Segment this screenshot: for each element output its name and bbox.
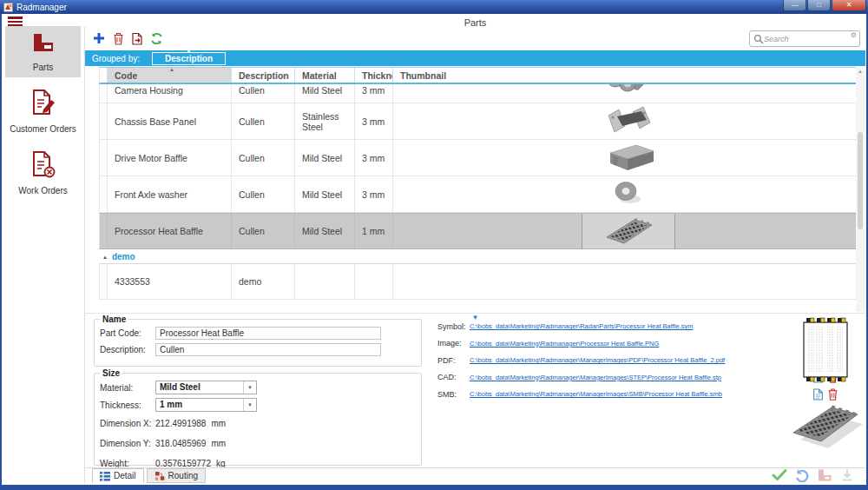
detail-panel: Name Part Code: Description: Size Materi… bbox=[85, 321, 865, 467]
column-header-thickness[interactable]: Thickness bbox=[355, 68, 393, 83]
window-content: Parts Parts Customer Orders bbox=[2, 14, 866, 485]
grouped-by-label: Grouped by: bbox=[92, 54, 140, 63]
thumbnail-processor-heat-baffle bbox=[602, 214, 655, 247]
import-down-arrow-icon bbox=[839, 468, 855, 482]
description-field[interactable] bbox=[155, 343, 381, 356]
search-icon bbox=[753, 34, 764, 44]
main-panel: ⚙ Grouped by: ▲ Description Code ▲ bbox=[84, 26, 865, 483]
table-row[interactable]: Camera Housing Cullen Mild Steel 3 mm bbox=[99, 84, 857, 103]
dropdown-arrow-icon[interactable]: ▼ bbox=[243, 399, 256, 411]
chip-sort-icon: ▲ bbox=[187, 48, 192, 53]
app-window: Radmanager — □ ✕ Parts Parts bbox=[0, 0, 868, 490]
file-row-symbol: Symbol: C:\bobs_data\Marketing\Radmanage… bbox=[437, 318, 838, 335]
dimension-y-label: Dimension Y: bbox=[100, 439, 155, 448]
column-header-material[interactable]: Material bbox=[295, 68, 355, 83]
table-row[interactable]: Front Axle washer Cullen Mild Steel 3 mm bbox=[99, 176, 857, 213]
sidebar: Parts Customer Orders bbox=[2, 26, 84, 485]
bottom-tab-bar: Detail Routing bbox=[85, 467, 865, 483]
dimension-x-value: 212.4991988 bbox=[155, 419, 206, 428]
maximize-button[interactable]: □ bbox=[807, 0, 831, 11]
thumbnail-drive-motor-baffle bbox=[602, 142, 655, 175]
part-code-field[interactable] bbox=[155, 327, 381, 340]
minimize-button[interactable]: — bbox=[783, 0, 806, 11]
undo-icon[interactable] bbox=[794, 468, 810, 482]
detail-list-icon bbox=[100, 471, 110, 481]
table-body: Camera Housing Cullen Mild Steel 3 mm bbox=[99, 84, 857, 300]
apply-check-icon[interactable] bbox=[772, 468, 787, 482]
group-field-label: Description bbox=[165, 54, 213, 63]
group-header-demo[interactable]: ▲ demo bbox=[99, 250, 857, 263]
app-icon bbox=[3, 3, 13, 12]
search-options-gear-icon[interactable]: ⚙ bbox=[851, 31, 857, 39]
table-row[interactable]: Chassis Base Panel Cullen Stainless Stee… bbox=[99, 103, 857, 140]
file-row-pdf: PDF: C:\bobs_data\Marketing\Radmanager\M… bbox=[437, 352, 838, 369]
export-file-icon bbox=[131, 32, 143, 45]
window-title: Radmanager bbox=[16, 3, 67, 12]
scroll-up-icon[interactable]: ▲ bbox=[856, 67, 865, 76]
symbol-bottom-tabs bbox=[806, 377, 845, 381]
sidebar-item-customer-orders[interactable]: Customer Orders bbox=[5, 83, 81, 139]
column-header-description[interactable]: Description bbox=[232, 68, 295, 83]
search-input[interactable] bbox=[764, 35, 842, 43]
table-header-row: Code ▲ Description Material Thickness Th… bbox=[99, 67, 857, 84]
toolbar: ⚙ bbox=[85, 26, 865, 50]
smb-path-link[interactable]: C:\bobs_data\Marketing\Radmanager\Manage… bbox=[470, 390, 809, 398]
description-label: Description: bbox=[100, 345, 155, 354]
sidebar-item-work-orders[interactable]: Work Orders bbox=[5, 144, 81, 201]
dropdown-arrow-icon[interactable]: ▼ bbox=[243, 381, 256, 394]
delete-part-button[interactable] bbox=[109, 30, 127, 46]
name-section: Name Part Code: Description: bbox=[94, 315, 422, 367]
symbol-drawing-preview bbox=[800, 315, 851, 385]
parts-table: Code ▲ Description Material Thickness Th… bbox=[99, 67, 857, 300]
image-path-link[interactable]: C:\bobs_data\Marketing\Radmanager\Proces… bbox=[470, 340, 809, 348]
header-gutter bbox=[100, 68, 108, 83]
trash-icon bbox=[113, 32, 124, 45]
export-part-button[interactable] bbox=[128, 30, 146, 46]
order-document-icon bbox=[30, 89, 56, 116]
symbol-top-tabs bbox=[806, 318, 845, 322]
table-row[interactable]: 4333553 demo bbox=[99, 263, 857, 300]
column-header-code[interactable]: Code ▲ bbox=[108, 68, 232, 83]
cad-path-link[interactable]: C:\bobs_data\Marketing\Radmanager\Manage… bbox=[470, 374, 809, 381]
add-part-button[interactable] bbox=[90, 30, 108, 46]
sidebar-item-parts[interactable]: Parts bbox=[5, 26, 81, 77]
part-code-label: Part Code: bbox=[100, 328, 155, 338]
scrollbar-thumb[interactable] bbox=[858, 132, 863, 229]
tab-routing[interactable]: Routing bbox=[147, 468, 206, 483]
close-button[interactable]: ✕ bbox=[832, 0, 866, 11]
search-box[interactable]: ⚙ bbox=[749, 30, 860, 47]
part-block-icon bbox=[30, 32, 56, 55]
plus-icon bbox=[93, 32, 105, 44]
group-field-chip[interactable]: ▲ Description bbox=[152, 52, 226, 65]
part-3d-render-preview bbox=[788, 396, 863, 450]
name-section-legend: Name bbox=[100, 315, 128, 324]
size-section-legend: Size bbox=[100, 368, 122, 378]
dimension-y-value: 318.0485969 bbox=[155, 439, 206, 448]
work-document-icon bbox=[30, 150, 56, 178]
tab-detail[interactable]: Detail bbox=[92, 468, 144, 483]
record-action-icons bbox=[772, 468, 855, 482]
grouped-by-bar: Grouped by: ▲ Description bbox=[85, 50, 865, 66]
table-row[interactable]: Drive Motor Baffle Cullen Mild Steel 3 m… bbox=[99, 140, 857, 176]
sidebar-item-label: Work Orders bbox=[5, 186, 81, 195]
thumbnail-front-axle-washer bbox=[602, 178, 655, 211]
tab-label: Routing bbox=[168, 471, 198, 480]
column-header-thumbnail[interactable]: Thumbnail bbox=[393, 68, 857, 83]
thickness-dropdown[interactable]: 1 mm ▼ bbox=[155, 398, 257, 412]
routing-flow-icon bbox=[155, 471, 165, 481]
dimension-x-label: Dimension X: bbox=[100, 419, 155, 428]
pdf-path-link[interactable]: C:\bobs_data\Marketing\Radmanager\Manage… bbox=[470, 356, 809, 364]
table-row-selected[interactable]: Processor Heat Baffle Cullen Mild Steel … bbox=[99, 213, 857, 249]
part-block-icon bbox=[817, 468, 832, 482]
refresh-button[interactable] bbox=[148, 30, 165, 46]
thumbnail-camera-housing bbox=[602, 84, 655, 103]
titlebar[interactable]: Radmanager — □ ✕ bbox=[0, 0, 868, 14]
thickness-label: Thickness: bbox=[100, 401, 155, 410]
thumbnail-chassis-base-panel bbox=[602, 105, 655, 138]
table-scrollbar[interactable]: ▲ bbox=[856, 67, 865, 312]
material-dropdown[interactable]: Mild Steel ▼ bbox=[155, 381, 257, 394]
material-label: Material: bbox=[100, 383, 155, 393]
file-row-cad: CAD: C:\bobs_data\Marketing\Radmanager\M… bbox=[437, 369, 838, 387]
group-name: demo bbox=[112, 252, 135, 262]
symbol-path-link[interactable]: C:\bobs_data\Marketing\Radmanager\RadanP… bbox=[470, 322, 809, 330]
